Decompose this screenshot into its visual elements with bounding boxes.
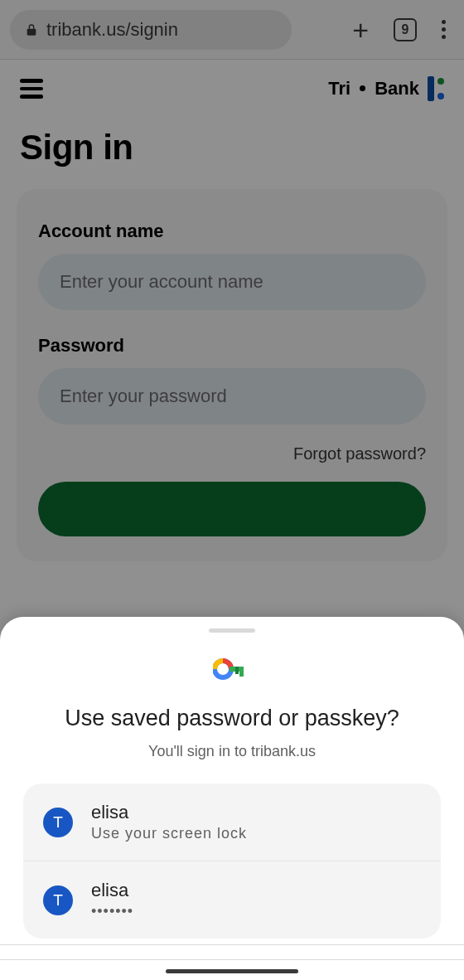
credential-item-passkey[interactable]: T elisa Use your screen lock — [23, 784, 441, 861]
sheet-title: Use saved password or passkey? — [0, 706, 464, 731]
credential-username: elisa — [91, 880, 133, 901]
password-manager-icon — [0, 657, 464, 681]
credential-list: T elisa Use your screen lock T elisa •••… — [23, 784, 441, 939]
divider — [0, 944, 464, 945]
sheet-subtitle: You'll sign in to tribank.us — [0, 743, 464, 760]
sheet-grabber[interactable] — [209, 628, 255, 633]
credential-username: elisa — [91, 802, 247, 823]
credential-hint: ••••••• — [91, 903, 133, 920]
svg-rect-2 — [239, 667, 244, 677]
credential-hint: Use your screen lock — [91, 825, 247, 842]
svg-rect-3 — [235, 667, 239, 674]
credential-sheet: Use saved password or passkey? You'll si… — [0, 617, 464, 980]
avatar: T — [43, 808, 73, 837]
avatar: T — [43, 885, 73, 915]
credential-item-password[interactable]: T elisa ••••••• — [23, 861, 441, 939]
divider — [0, 959, 464, 960]
home-indicator[interactable] — [166, 969, 298, 973]
